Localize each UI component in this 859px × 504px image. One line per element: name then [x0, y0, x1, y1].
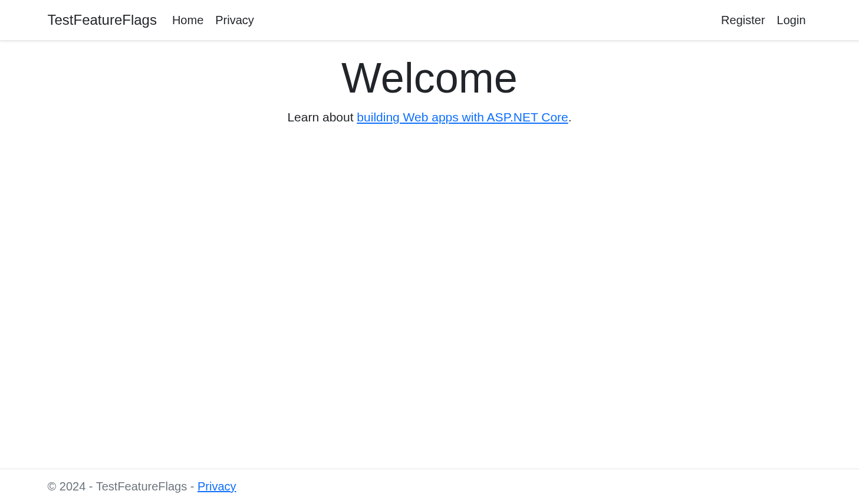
footer-copyright: © 2024 - TestFeatureFlags -: [48, 480, 198, 493]
nav-item-register: Register: [715, 9, 771, 32]
nav-link-home[interactable]: Home: [166, 9, 209, 32]
nav-item-login: Login: [771, 9, 812, 32]
navbar-left: TestFeatureFlags Home Privacy: [48, 7, 260, 33]
footer-container: © 2024 - TestFeatureFlags - Privacy: [41, 469, 819, 504]
navbar-right: Register Login: [715, 9, 811, 32]
navbar: TestFeatureFlags Home Privacy Register L…: [0, 0, 859, 41]
nav-left-list: Home Privacy: [166, 9, 260, 32]
nav-link-login[interactable]: Login: [771, 9, 812, 32]
nav-link-privacy[interactable]: Privacy: [209, 9, 260, 32]
main-content: Welcome Learn about building Web apps wi…: [0, 41, 859, 469]
footer-privacy-link[interactable]: Privacy: [198, 480, 236, 493]
aspnet-docs-link[interactable]: building Web apps with ASP.NET Core: [357, 110, 568, 124]
nav-right-list: Register Login: [715, 9, 811, 32]
page-title: Welcome: [48, 52, 812, 103]
nav-link-register[interactable]: Register: [715, 9, 771, 32]
hero-section: Welcome Learn about building Web apps wi…: [48, 41, 812, 124]
footer: © 2024 - TestFeatureFlags - Privacy: [0, 469, 859, 504]
nav-item-privacy: Privacy: [209, 9, 260, 32]
brand-link[interactable]: TestFeatureFlags: [48, 7, 157, 33]
content-container: Welcome Learn about building Web apps wi…: [41, 41, 819, 124]
navbar-container: TestFeatureFlags Home Privacy Register L…: [41, 0, 819, 40]
lead-suffix: .: [568, 110, 572, 124]
lead-text: Learn about building Web apps with ASP.N…: [48, 110, 812, 124]
lead-prefix: Learn about: [287, 110, 357, 124]
nav-item-home: Home: [166, 9, 209, 32]
